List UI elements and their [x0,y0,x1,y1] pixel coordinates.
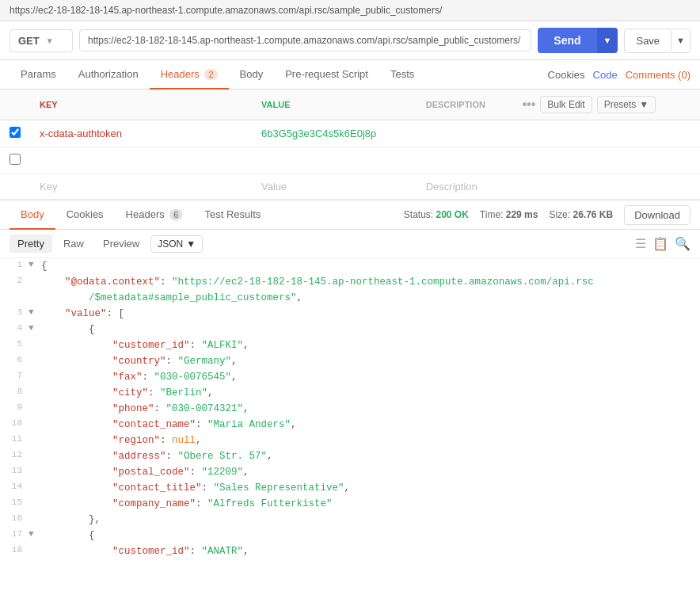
code-line: 12 "address": "Obere Str. 57", [0,448,700,464]
view-tab-preview[interactable]: Preview [95,234,147,253]
tab-params[interactable]: Params [10,60,67,90]
tab-authorization[interactable]: Authorization [67,60,150,90]
send-dropdown-button[interactable]: ▼ [597,28,618,53]
line-content: "@odata.context": "https://ec2-18-182-18… [40,274,700,306]
tab-tests[interactable]: Tests [379,60,425,90]
line-number: 16 [0,512,29,528]
format-select[interactable]: JSON ▼ [150,235,203,253]
search-icon[interactable]: 🔍 [675,236,690,251]
line-toggle [29,369,40,385]
response-tab-cookies[interactable]: Cookies [55,200,115,230]
code-line: 7 "fax": "030-0076545", [0,369,700,385]
cookies-link[interactable]: Cookies [548,69,585,81]
code-line: 13 "postal_code": "12209", [0,464,700,480]
line-content: "region": null, [40,433,700,448]
view-tab-pretty[interactable]: Pretty [10,234,52,253]
header-row-placeholder: Key Value Description [0,174,700,200]
method-label: GET [18,35,40,47]
header-row-actions [512,120,700,147]
line-content: }, [40,512,700,528]
line-number: 12 [0,448,29,464]
line-toggle [29,337,40,353]
line-number: 17 [0,528,29,543]
code-line: 8 "city": "Berlin", [0,385,700,401]
line-content: "country": "Germany", [40,353,700,369]
send-button[interactable]: Send [538,28,596,53]
line-toggle[interactable]: ▼ [29,258,40,274]
save-dropdown-button[interactable]: ▼ [671,29,690,53]
line-number: 7 [0,369,29,385]
code-line: 14 "contact_title": "Sales Representativ… [0,480,700,496]
header-value[interactable]: 6b3G5g3e3C4s5k6E0j8p [252,120,417,147]
placeholder-desc[interactable]: Description [417,174,513,200]
code-link[interactable]: Code [593,69,618,81]
line-number: 15 [0,496,29,512]
status-bar: Status: 200 OK Time: 229 ms Size: 26.76 … [404,205,690,225]
download-button[interactable]: Download [624,205,690,225]
time-label: Time: 229 ms [480,209,538,220]
code-line: 5 "customer_id": "ALFKI", [0,337,700,353]
url-input[interactable] [79,29,531,51]
response-tab-testresults[interactable]: Test Results [193,200,272,230]
presets-button[interactable]: Presets ▼ [597,96,656,113]
line-number: 2 [0,274,29,306]
header-actions-empty [512,147,700,174]
comments-link[interactable]: Comments (0) [626,69,690,81]
code-line: 17 ▼ { [0,528,700,543]
header-desc-empty[interactable] [417,147,513,174]
tab-body[interactable]: Body [229,60,275,90]
time-value: 229 ms [506,209,538,220]
header-checkbox-empty[interactable] [10,154,21,165]
response-code-area: 1 ▼ { 2 "@odata.context": "https://ec2-1… [0,258,700,559]
bulk-edit-button[interactable]: Bulk Edit [540,96,592,113]
response-tab-body[interactable]: Body [10,200,55,230]
method-select[interactable]: GET ▼ [10,29,73,52]
line-content: { [40,322,700,337]
code-line: 4 ▼ { [0,322,700,337]
save-button-group: Save ▼ [624,29,690,53]
header-checkbox[interactable] [10,127,21,138]
code-line: 9 "phone": "030-0074321", [0,401,700,417]
line-toggle[interactable]: ▼ [29,306,40,322]
line-toggle [29,385,40,401]
code-line: 2 "@odata.context": "https://ec2-18-182-… [0,274,700,306]
line-toggle [29,433,40,448]
line-toggle[interactable]: ▼ [29,322,40,337]
code-line: 3 ▼ "value": [ [0,306,700,322]
header-key[interactable]: x-cdata-authtoken [30,120,252,147]
status-value: 200 OK [436,209,469,220]
line-content: { [40,528,700,543]
header-description[interactable] [417,120,513,147]
copy-icon[interactable]: 📋 [652,236,668,251]
col-check [0,90,30,120]
line-number: 4 [0,322,29,337]
response-tabs-bar: Body Cookies Headers 6 Test Results Stat… [0,200,700,230]
view-tab-raw[interactable]: Raw [55,234,92,253]
line-toggle [29,353,40,369]
placeholder-value[interactable]: Value [252,174,417,200]
line-content: "contact_title": "Sales Representative", [40,480,700,496]
tab-prerequest[interactable]: Pre-request Script [274,60,379,90]
headers-table: KEY VALUE DESCRIPTION ••• Bulk Edit Pres… [0,90,700,200]
line-toggle[interactable]: ▼ [29,528,40,543]
line-number: 6 [0,353,29,369]
response-tab-headers[interactable]: Headers 6 [115,200,194,230]
col-key: KEY [30,90,252,120]
line-toggle [29,401,40,417]
more-options-icon[interactable]: ••• [522,97,535,112]
line-number: 3 [0,306,29,322]
code-line: 15 "company_name": "Alfreds Futterkiste" [0,496,700,512]
header-key-empty[interactable] [30,147,252,174]
header-value-empty[interactable] [252,147,417,174]
sort-icon[interactable]: ☰ [635,236,646,251]
code-line: 6 "country": "Germany", [0,353,700,369]
placeholder-key[interactable]: Key [30,174,252,200]
request-bar: GET ▼ Send ▼ Save ▼ [0,21,700,60]
line-content: "fax": "030-0076545", [40,369,700,385]
tab-headers[interactable]: Headers 2 [150,60,229,90]
save-button[interactable]: Save [624,29,671,53]
code-line: 1 ▼ { [0,258,700,274]
code-line: 11 "region": null, [0,433,700,448]
top-url-text: https://ec2-18-182-18-145.ap-northeast-1… [10,5,442,16]
col-value: VALUE [252,90,417,120]
